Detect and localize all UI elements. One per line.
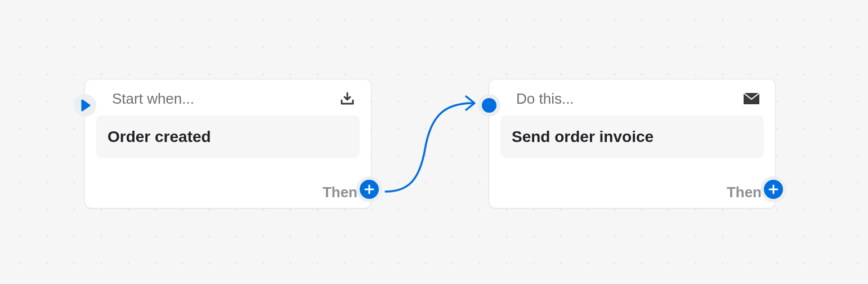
action-header-label: Do this... [516, 90, 574, 108]
action-body[interactable]: Send order invoice [500, 116, 764, 158]
action-input-handle [478, 94, 500, 117]
action-dot [482, 98, 496, 113]
connector-arrow [372, 87, 490, 200]
trigger-node[interactable]: Start when... Order created Then [84, 79, 372, 208]
plus-icon [768, 184, 779, 195]
envelope-icon [742, 90, 760, 108]
action-add-button[interactable] [764, 180, 783, 199]
workflow-canvas[interactable]: Start when... Order created Then [0, 0, 868, 284]
trigger-node-header: Start when... [85, 79, 371, 116]
trigger-footer: Then [323, 184, 357, 201]
trigger-add-wrap [356, 176, 382, 202]
action-footer: Then [727, 184, 762, 201]
trigger-play-handle [74, 94, 96, 117]
plus-icon [364, 184, 375, 195]
trigger-body[interactable]: Order created [96, 116, 360, 158]
action-add-wrap [760, 176, 786, 202]
action-title: Send order invoice [512, 128, 753, 146]
action-node-header: Do this... [489, 79, 775, 116]
trigger-add-button[interactable] [360, 180, 379, 199]
trigger-then-label: Then [323, 184, 357, 201]
trigger-header-label: Start when... [112, 90, 194, 108]
play-icon [81, 99, 91, 112]
action-then-label: Then [727, 184, 762, 201]
trigger-title: Order created [108, 128, 348, 146]
download-tray-icon [338, 90, 356, 108]
action-node[interactable]: Do this... Send order invoice Then [489, 79, 776, 208]
